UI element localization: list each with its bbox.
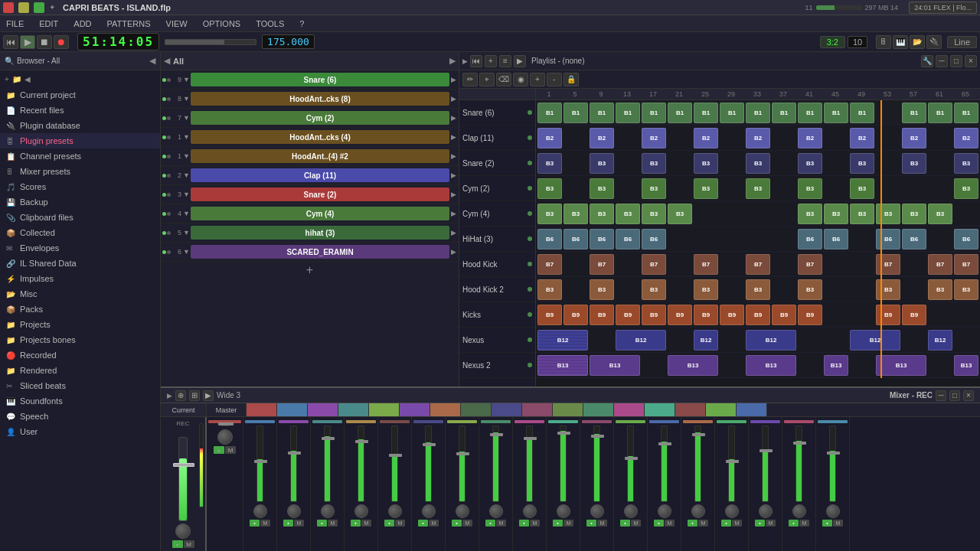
mixer-tb1[interactable]: ⊕ [175,390,186,401]
clip[interactable]: B3 [590,178,614,199]
clip[interactable]: B1 [720,103,744,123]
knob[interactable] [658,504,671,518]
clip[interactable]: B3 [798,178,822,199]
ch-fader[interactable] [726,460,739,463]
ch-fader[interactable] [288,452,301,455]
zoom-out-tool[interactable]: - [547,73,562,86]
knob[interactable] [217,429,233,445]
clip[interactable]: B13 [954,355,978,376]
clip[interactable]: B12 [537,330,588,350]
ch-expand[interactable]: ▶ [451,133,457,141]
clip[interactable]: B3 [928,204,952,224]
ch-fader[interactable] [692,433,705,436]
clip[interactable]: B6 [798,229,822,249]
ch-expand[interactable]: ▶ [451,229,457,236]
mute-btn[interactable]: M [361,520,371,527]
clip[interactable]: B9 [798,305,822,325]
pl-close[interactable]: × [965,55,977,67]
sidebar-item-scores[interactable]: 🎵 Scores [0,179,160,194]
ch-expand[interactable]: ▶ [451,191,457,198]
knob[interactable] [489,504,503,518]
sidebar-item-clipboard[interactable]: 📎 Clipboard files [0,210,160,225]
erase-tool[interactable]: ⌫ [496,73,511,86]
sidebar-item-mixer-presets[interactable]: 🎚 Mixer presets [0,164,160,179]
master-fader-area[interactable] [162,429,204,521]
track-row-hihat[interactable]: B6 B6 B6 B6 B6 B6 B6 B6 B6 B6 B6 [536,227,980,252]
cr-arrow-right[interactable]: ▶ [449,56,456,66]
sidebar-item-envelopes[interactable]: ✉ Envelopes [0,240,160,256]
send-btn[interactable]: • [485,520,495,527]
sidebar-item-recorded[interactable]: 🔴 Recorded [0,347,160,363]
clip[interactable]: B13 [824,355,848,376]
clip[interactable]: B12 [616,330,666,350]
ch-arrow[interactable]: ▼ [183,95,189,103]
ch-arrow[interactable]: ▼ [183,76,189,83]
clip[interactable]: B3 [590,153,614,174]
clip[interactable]: B3 [694,279,718,300]
mute-btn[interactable]: M [732,520,742,527]
clip[interactable]: B9 [668,305,692,325]
send-btn[interactable]: • [789,520,799,527]
mute-btn[interactable]: M [799,520,809,527]
clip[interactable]: B1 [590,103,614,123]
mute-btn[interactable]: M [328,520,338,527]
ch-btn-snare2[interactable]: Snare (2) [191,187,449,201]
clip[interactable]: B2 [954,128,978,148]
knob[interactable] [287,504,301,518]
ch-fader[interactable] [658,442,671,445]
clip[interactable]: B2 [590,128,614,148]
mixer-max[interactable]: □ [949,390,960,401]
clip[interactable]: B6 [902,229,926,249]
clip[interactable]: B1 [824,103,848,123]
mute-btn[interactable]: M [766,520,776,527]
clip[interactable]: B3 [537,279,562,300]
clip[interactable]: B3 [850,178,874,199]
ch-btn-scared[interactable]: SCARED_ERAMIN [191,245,449,259]
ch-fader[interactable] [322,437,335,440]
menu-edit[interactable]: EDIT [36,18,61,30]
mixer-tb3[interactable]: ▶ [203,390,214,401]
track-row-snare6[interactable]: B1 B1 B1 B1 B1 B1 B1 B1 B1 B1 B1 [536,100,980,126]
mute-btn[interactable]: M [631,520,641,527]
send-btn[interactable]: • [317,520,327,527]
send-btn[interactable]: • [519,520,529,527]
knob[interactable] [388,504,402,518]
clip[interactable]: B7 [928,254,952,275]
ch-add-btn[interactable]: + [161,262,459,279]
clip[interactable]: B3 [537,178,562,199]
knob[interactable] [792,504,806,518]
ch-arrow[interactable]: ▼ [183,229,189,236]
clip[interactable]: B7 [694,254,718,275]
clip[interactable]: B7 [590,254,614,275]
track-label-hoodkick[interactable]: Hood Kick [459,252,535,277]
mixer-btn[interactable]: 🎚 [876,35,891,49]
clip[interactable]: B1 [642,103,666,123]
mute-tool[interactable]: ◉ [513,73,528,86]
clip[interactable]: B6 [537,229,562,249]
clip[interactable]: B6 [642,229,666,249]
send-btn[interactable]: • [586,520,596,527]
mute-btn[interactable]: M [294,520,304,527]
track-label-nexus[interactable]: Nexus [459,328,535,353]
clip[interactable]: B9 [642,305,666,325]
send-btn[interactable]: • [721,520,731,527]
clip[interactable]: B3 [824,204,848,224]
mute-btn[interactable]: M [530,520,540,527]
clip[interactable]: B3 [564,204,588,224]
knob[interactable] [691,504,705,518]
knob[interactable] [725,504,739,518]
clip[interactable]: B3 [850,153,874,174]
mixer-tb2[interactable]: ⊞ [189,390,200,401]
sidebar-item-collected[interactable]: 📦 Collected [0,225,160,240]
track-row-kicks[interactable]: B9 B9 B9 B9 B9 B9 B9 B9 B9 B9 B9 [536,302,980,328]
ch-fader[interactable] [524,437,537,440]
knob[interactable] [826,504,840,518]
track-label-clap11[interactable]: Clap (11) [459,126,535,151]
ch-fader[interactable] [423,443,436,446]
knob[interactable] [557,504,570,518]
clip[interactable]: B13 [668,355,718,376]
ch-fader[interactable] [591,435,604,438]
clip[interactable]: B7 [746,254,770,275]
clip[interactable]: B9 [590,305,614,325]
ch-fader[interactable] [625,457,638,460]
